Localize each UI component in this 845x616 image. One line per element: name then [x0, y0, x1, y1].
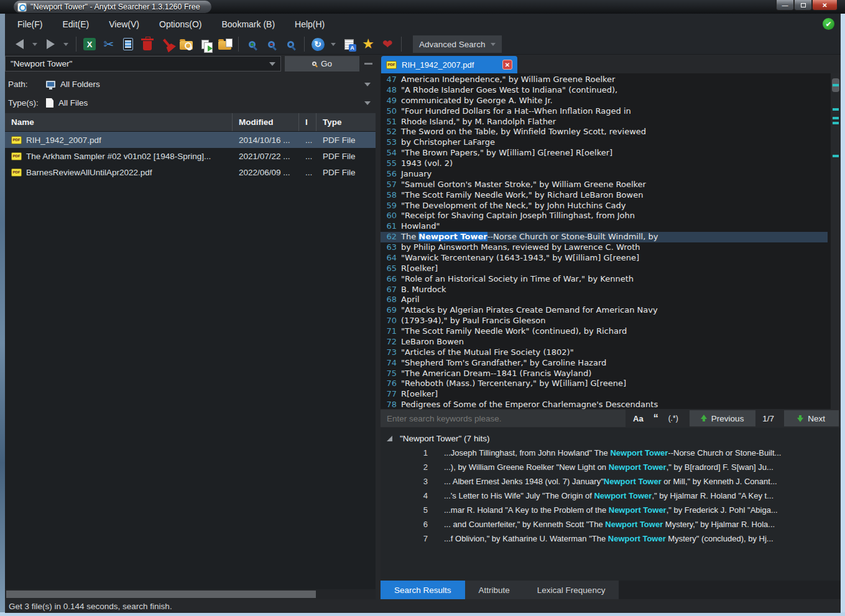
result-hit-row[interactable]: 1...Joseph Tillinghast, from John Howlan… [381, 446, 841, 460]
hit-post: --Norse Church or Stone-Built... [668, 448, 781, 457]
column-header-type[interactable]: Type [316, 113, 372, 131]
forward-icon[interactable] [42, 36, 58, 52]
modified-cell: 2014/10/16 ... [233, 136, 299, 145]
plus-glyph: + [251, 40, 254, 48]
column-header-modified[interactable]: Modified [233, 113, 299, 131]
forward-menu-icon[interactable] [62, 36, 70, 52]
result-hit-row[interactable]: 5...mar R. Holand "A Key to the Problem … [381, 503, 841, 517]
column-header-i[interactable]: I [299, 113, 316, 131]
type-cell: PDF File [316, 152, 372, 161]
previous-match-button[interactable]: Previous [690, 410, 755, 426]
menu-item-bookmarkb[interactable]: Bookmark (B) [214, 16, 282, 32]
document-line: 77R[oelker] [381, 389, 841, 400]
column-header-name[interactable]: Name [5, 113, 233, 131]
search-query-combobox[interactable]: "Newport Tower" [5, 56, 281, 71]
translate-icon[interactable] [341, 36, 357, 52]
menu-item-filef[interactable]: File(F) [10, 16, 50, 32]
regex-button[interactable]: (.*) [666, 412, 681, 425]
horizontal-scrollbar[interactable] [5, 589, 376, 599]
back-menu-icon[interactable] [30, 36, 39, 52]
document-line: 68April [381, 295, 841, 305]
copy-icon[interactable] [197, 36, 213, 52]
search-icon[interactable] [282, 36, 298, 52]
path-combobox[interactable]: All Folders [44, 76, 376, 93]
paste-icon[interactable] [216, 36, 233, 52]
title-bar[interactable]: "Newport Tower" - Anytxt Searcher 1.3.12… [0, 0, 845, 14]
menu-item-helph[interactable]: Help(H) [287, 16, 332, 32]
result-hit-row[interactable]: 4...'s Letter to His Wife" July "The Ori… [381, 489, 841, 503]
chevron-down-icon[interactable] [364, 101, 371, 105]
result-hit-row[interactable]: 7...f Oblivion," by Katharine U. Waterma… [381, 531, 841, 546]
line-text: B. Murdock [401, 285, 446, 295]
title-pill: "Newport Tower" - Anytxt Searcher 1.3.12… [14, 1, 211, 13]
hit-pre: ...), by William Greene Roelker "New Lig… [444, 462, 609, 472]
donate-icon[interactable]: ❤ [379, 36, 395, 52]
menu-item-optionso[interactable]: Options(O) [152, 16, 209, 32]
favorite-icon[interactable]: ★ [360, 36, 376, 52]
pdf-icon: PDF [11, 168, 22, 177]
table-row[interactable]: PDFRIH_1942_2007.pdf2014/10/16 ......PDF… [5, 132, 376, 148]
clean-icon[interactable] [159, 36, 175, 52]
hit-post: Mystery," by Hjalmar R. Hola... [663, 520, 775, 529]
path-value: All Folders [60, 80, 359, 89]
collapse-triangle-icon[interactable] [387, 436, 392, 441]
advanced-search-button[interactable]: Advanced Search [413, 35, 502, 53]
maximize-button[interactable] [794, 0, 812, 11]
minimize-button[interactable]: — [776, 0, 794, 11]
folder-glyph [180, 41, 193, 50]
match-position-mark [833, 108, 839, 111]
pane-splitter-grip[interactable] [364, 63, 372, 65]
tab-search-results[interactable]: Search Results [381, 581, 465, 599]
zoom-out-icon[interactable]: − [263, 36, 279, 52]
file-name: BarnesReviewAllUntilApr2022.pdf [26, 168, 152, 177]
chevron-down-icon[interactable] [364, 83, 371, 86]
tab-close-icon[interactable]: ✕ [502, 60, 512, 70]
type-filter-row: Type(s): All Files [5, 94, 376, 111]
result-hit-row[interactable]: 3... Albert Ernest Jenks 1948 (vol. 7) J… [381, 474, 841, 489]
type-combobox[interactable]: All Files [44, 94, 376, 111]
refresh-icon[interactable]: ↻ [310, 36, 326, 52]
menu-item-viewv[interactable]: View(V) [101, 16, 147, 32]
hit-number: 1 [381, 446, 428, 460]
menu-item-edite[interactable]: Edit(E) [55, 16, 96, 32]
document-icon[interactable] [120, 36, 136, 52]
refresh-menu-icon[interactable] [329, 36, 338, 52]
tab-lexical-frequency[interactable]: Lexical Frequency [524, 581, 619, 599]
match-case-button[interactable]: Aa [630, 412, 646, 425]
delete-icon[interactable] [139, 36, 155, 52]
maximize-icon [801, 3, 806, 7]
close-button[interactable]: ✕ [812, 0, 838, 11]
cut-icon[interactable]: ✂ [101, 36, 117, 52]
line-text: "The Development of the Neck," by John H… [401, 201, 626, 211]
export-excel-icon[interactable]: X [81, 36, 98, 52]
document-glyph [123, 38, 133, 50]
tab-attribute[interactable]: Attribute [465, 581, 524, 599]
chevron-down-icon[interactable] [269, 62, 275, 66]
line-number: 54 [381, 148, 397, 159]
line-text: "A Rhode Islander Goes West to Indiana" … [401, 85, 617, 96]
line-text: LeBaron Bowen [401, 337, 464, 347]
vertical-scrollbar[interactable] [831, 73, 841, 409]
table-row[interactable]: PDFThe Arkham Sampler #02 v01n02 [1948-S… [5, 148, 376, 164]
document-line: 47American Independence," by William Gre… [381, 75, 841, 85]
result-hit-row[interactable]: 6... and Counterfeiter," by Kenneth Scot… [381, 517, 841, 531]
scrollbar-thumb[interactable] [6, 591, 316, 598]
folder-search-icon[interactable] [178, 36, 194, 52]
results-header[interactable]: "Newport Tower" (7 hits) [381, 428, 841, 446]
next-match-button[interactable]: Next [784, 410, 839, 426]
file-name-cell: PDFBarnesReviewAllUntilApr2022.pdf [5, 168, 233, 177]
file-name-cell: PDFRIH_1942_2007.pdf [5, 136, 233, 145]
scrollbar-thumb[interactable] [832, 78, 839, 92]
go-button[interactable]: Go [285, 56, 359, 71]
result-hit-row[interactable]: 2...), by William Greene Roelker "New Li… [381, 460, 841, 474]
zoom-in-icon[interactable]: + [244, 36, 260, 52]
document-preview[interactable]: 47American Independence," by William Gre… [381, 73, 841, 409]
document-line: 52The Sword on the Table, by Winfield To… [381, 127, 841, 137]
menu-bar: File(F)Edit(E)View(V)Options(O)Bookmark … [5, 14, 841, 34]
keyword-search-input[interactable] [381, 410, 626, 427]
table-row[interactable]: PDFBarnesReviewAllUntilApr2022.pdf2022/0… [5, 164, 376, 180]
preview-tab-rih-pdf[interactable]: PDF RIH_1942_2007.pdf ✕ [381, 56, 517, 73]
line-number: 69 [381, 305, 397, 316]
whole-phrase-button[interactable]: “ [651, 411, 661, 426]
back-icon[interactable] [11, 36, 27, 52]
